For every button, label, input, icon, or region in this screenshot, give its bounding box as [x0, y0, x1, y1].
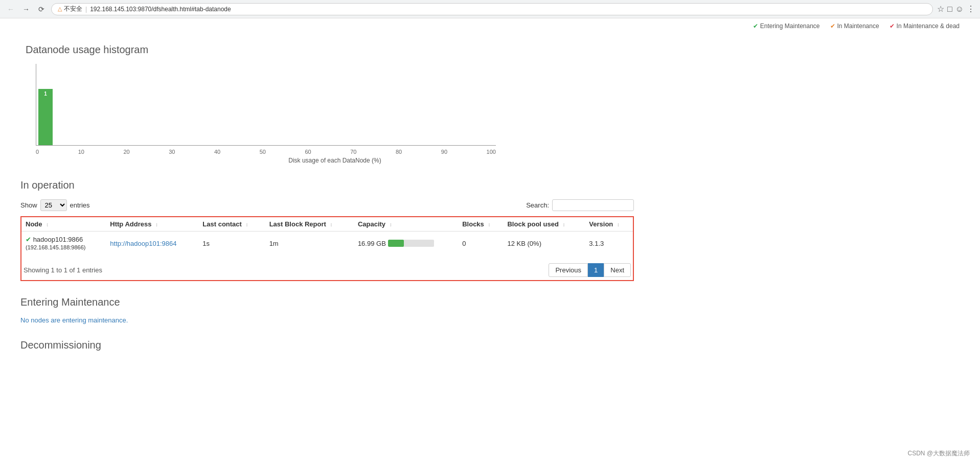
warning-icon: △ — [58, 6, 62, 12]
col-last-contact[interactable]: Last contact ↕ — [198, 217, 265, 231]
col-capacity[interactable]: Capacity ↕ — [354, 217, 458, 231]
entries-select[interactable]: 25 10 50 100 — [40, 199, 67, 211]
legend-in-maintenance-dead-label: In Maintenance & dead — [897, 22, 960, 30]
sort-blocks-icon: ↕ — [488, 222, 490, 227]
warning-text: 不安全 — [64, 5, 82, 13]
sort-http-icon: ↕ — [155, 222, 158, 227]
capacity-bar-outer — [388, 240, 434, 247]
x-label-30: 30 — [169, 149, 175, 155]
cell-node: ✔ hadoop101:9866(192.168.145.188:9866) — [21, 231, 106, 256]
sort-capacity-icon: ↕ — [390, 222, 392, 227]
sort-lastblock-icon: ↕ — [330, 222, 333, 227]
back-button[interactable]: ← — [5, 4, 16, 15]
legend-in-maintenance-dead: ✔ In Maintenance & dead — [890, 22, 960, 30]
legend-entering-label: Entering Maintenance — [760, 22, 820, 30]
legend-in-maintenance-label: In Maintenance — [837, 22, 879, 30]
sort-lastcontact-icon: ↕ — [246, 222, 248, 227]
x-label-20: 20 — [123, 149, 129, 155]
cell-blocks: 0 — [458, 231, 503, 256]
node-link[interactable]: hadoop101:9866(192.168.145.188:9866) — [26, 236, 85, 251]
col-last-block-report[interactable]: Last Block Report ↕ — [265, 217, 354, 231]
url-text: 192.168.145.103:9870/dfshealth.html#tab-… — [90, 6, 231, 13]
separator: | — [85, 6, 87, 13]
table-controls: Show 25 10 50 100 entries Search: — [20, 199, 634, 211]
x-label-0: 0 — [36, 149, 39, 155]
x-label-100: 100 — [487, 149, 496, 155]
in-operation-title: In operation — [20, 179, 634, 191]
capacity-text: 16.99 GB — [358, 240, 386, 247]
entries-info: Showing 1 to 1 of 1 entries — [24, 266, 102, 274]
x-label-50: 50 — [260, 149, 266, 155]
legend-in-maintenance: ✔ In Maintenance — [830, 22, 879, 30]
forward-button[interactable]: → — [20, 4, 32, 15]
next-button[interactable]: Next — [604, 263, 631, 277]
entries-label: entries — [70, 201, 90, 209]
decommissioning-section: Decommissioning — [20, 339, 634, 351]
profile-icon[interactable]: ☺ — [955, 5, 964, 14]
browser-actions: ☆ □ ☺ ⋮ — [937, 4, 975, 14]
pagination: Previous 1 Next — [549, 263, 631, 277]
histogram-section: Datanode usage histogram 1 0 10 20 30 40… — [20, 44, 634, 164]
sort-blockpool-icon: ↕ — [563, 222, 565, 227]
cell-http-address: http://hadoop101:9864 — [106, 231, 198, 256]
col-blocks[interactable]: Blocks ↕ — [458, 217, 503, 231]
col-version[interactable]: Version ↕ — [585, 217, 633, 231]
col-block-pool-used[interactable]: Block pool used ↕ — [503, 217, 585, 231]
page-1-button[interactable]: 1 — [588, 263, 604, 277]
x-label-10: 10 — [78, 149, 84, 155]
x-label-80: 80 — [396, 149, 402, 155]
sort-version-icon: ↕ — [617, 222, 620, 227]
in-operation-section: In operation Show 25 10 50 100 entries S… — [20, 179, 634, 281]
cell-capacity: 16.99 GB — [354, 231, 458, 256]
browser-bar: ← → ⟳ △ 不安全 | 192.168.145.103:9870/dfshe… — [0, 0, 980, 18]
reload-button[interactable]: ⟳ — [36, 4, 47, 15]
cell-block-pool-used: 12 KB (0%) — [503, 231, 585, 256]
tab-icon[interactable]: □ — [947, 5, 952, 14]
col-node[interactable]: Node ↕ — [21, 217, 106, 231]
show-label: Show — [20, 201, 37, 209]
x-label-40: 40 — [214, 149, 220, 155]
search-box: Search: — [526, 199, 634, 211]
col-http-address[interactable]: Http Address ↕ — [106, 217, 198, 231]
x-label-70: 70 — [350, 149, 356, 155]
search-input[interactable] — [552, 199, 634, 211]
histogram-chart: 1 — [36, 64, 496, 146]
show-entries: Show 25 10 50 100 entries — [20, 199, 90, 211]
main-content: Datanode usage histogram 1 0 10 20 30 40… — [0, 34, 654, 377]
http-address-link[interactable]: http://hadoop101:9864 — [110, 240, 176, 247]
table-highlighted-container: Node ↕ Http Address ↕ Last contact ↕ L — [20, 216, 634, 281]
cell-version: 3.1.3 — [585, 231, 633, 256]
legend-in-maintenance-check-icon: ✔ — [830, 22, 835, 30]
legend-entering-maintenance: ✔ Entering Maintenance — [753, 22, 820, 30]
decommissioning-title: Decommissioning — [20, 339, 634, 351]
x-axis-labels: 0 10 20 30 40 50 60 70 80 90 100 — [36, 149, 496, 155]
menu-icon[interactable]: ⋮ — [967, 4, 975, 14]
entering-maintenance-section: Entering Maintenance No nodes are enteri… — [20, 296, 634, 324]
table-row: ✔ hadoop101:9866(192.168.145.188:9866) h… — [21, 231, 633, 256]
bookmark-icon[interactable]: ☆ — [937, 4, 944, 14]
previous-button[interactable]: Previous — [549, 263, 588, 277]
capacity-bar-container: 16.99 GB — [358, 240, 454, 247]
legend-top: ✔ Entering Maintenance ✔ In Maintenance … — [0, 18, 980, 34]
histogram-title: Datanode usage histogram — [26, 44, 634, 56]
search-label: Search: — [526, 201, 549, 209]
hist-bar-label: 1 — [44, 91, 47, 97]
no-nodes-text: No nodes are entering maintenance. — [20, 316, 634, 324]
table-footer: Showing 1 to 1 of 1 entries Previous 1 N… — [21, 260, 633, 280]
entering-maintenance-title: Entering Maintenance — [20, 296, 634, 308]
cell-last-block-report: 1m — [265, 231, 354, 256]
legend-in-maintenance-dead-check-icon: ✔ — [890, 22, 895, 30]
sort-node-icon: ↕ — [46, 222, 49, 227]
legend-entering-check-icon: ✔ — [753, 22, 758, 30]
node-active-icon: ✔ — [26, 236, 31, 243]
x-label-60: 60 — [305, 149, 311, 155]
in-operation-table: Node ↕ Http Address ↕ Last contact ↕ L — [21, 217, 633, 255]
cell-last-contact: 1s — [198, 231, 265, 256]
capacity-bar-inner — [388, 240, 404, 247]
address-bar[interactable]: △ 不安全 | 192.168.145.103:9870/dfshealth.h… — [51, 3, 933, 15]
histogram-bar: 1 — [38, 89, 53, 145]
x-label-90: 90 — [441, 149, 447, 155]
x-axis-title: Disk usage of each DataNode (%) — [36, 157, 634, 164]
